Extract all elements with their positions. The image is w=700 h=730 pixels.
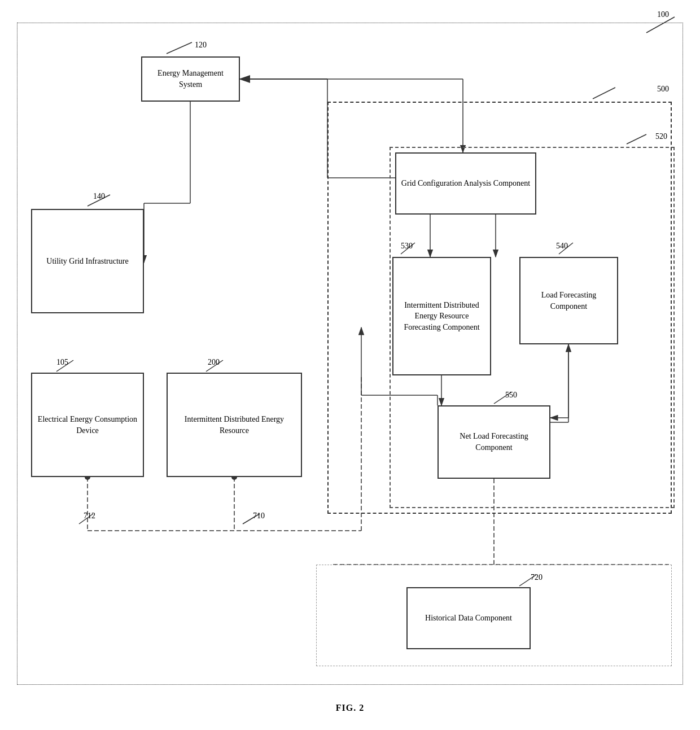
ider-label: Intermittent Distributed Energy Resource	[172, 414, 296, 436]
ems-box: Energy Management System	[141, 56, 240, 102]
ref-ider: 200	[208, 358, 220, 367]
ugi-label: Utility Grid Infrastructure	[46, 256, 128, 267]
ref-550: 550	[505, 391, 517, 400]
ref-100: 100	[657, 10, 669, 19]
hdc-box: Historical Data Component	[406, 587, 531, 649]
hdc-label: Historical Data Component	[425, 613, 512, 624]
nlfc-box: Net Load Forecasting Component	[438, 405, 550, 479]
ref-712: 712	[84, 512, 95, 521]
iderfc-label: Intermittent Distributed Energy Resource…	[398, 300, 485, 333]
page-container: 100 FIG. 2	[0, 0, 700, 730]
eecd-label: Electrical Energy Consumption Device	[37, 414, 138, 436]
ref-ugi: 140	[93, 192, 105, 201]
ref-540: 540	[556, 242, 568, 251]
gcac-box: Grid Configuration Analysis Component	[395, 152, 536, 215]
ref-eecd: 105	[56, 358, 68, 367]
ugi-box: Utility Grid Infrastructure	[31, 209, 144, 313]
ref-710: 710	[253, 512, 265, 521]
ems-label: Energy Management System	[147, 68, 234, 90]
fig-label: FIG. 2	[336, 703, 364, 713]
eecd-box: Electrical Energy Consumption Device	[31, 373, 144, 477]
ref-520: 520	[655, 132, 667, 141]
lfc-box: Load Forecasting Component	[519, 257, 618, 344]
nlfc-label: Net Load Forecasting Component	[443, 431, 545, 453]
ref-500: 500	[657, 85, 669, 94]
ref-720: 720	[531, 573, 542, 582]
ref-ems: 120	[195, 41, 207, 50]
ider-box: Intermittent Distributed Energy Resource	[167, 373, 302, 477]
lfc-label: Load Forecasting Component	[525, 290, 613, 312]
ref-530: 530	[401, 242, 413, 251]
iderfc-box: Intermittent Distributed Energy Resource…	[392, 257, 491, 375]
gcac-label: Grid Configuration Analysis Component	[401, 178, 530, 189]
